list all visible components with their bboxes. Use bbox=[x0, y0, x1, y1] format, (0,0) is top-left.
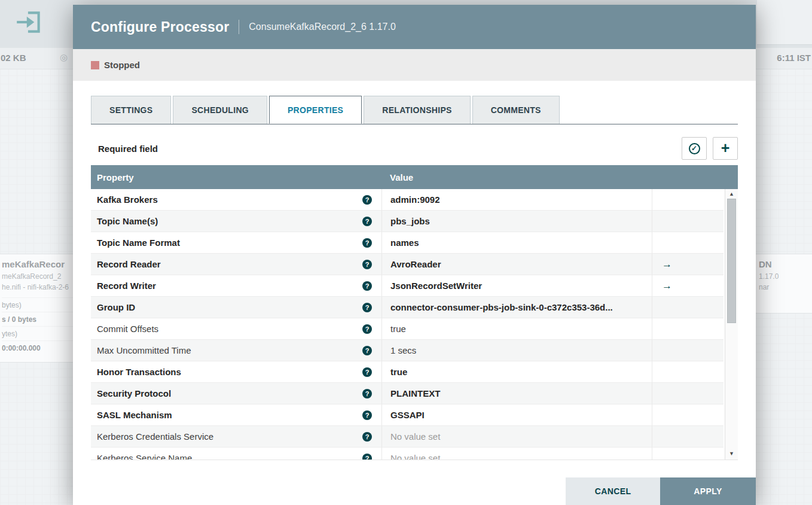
extra-cell bbox=[652, 426, 724, 447]
table-row[interactable]: Group ID ? connector-consumer-pbs-job-si… bbox=[91, 297, 724, 318]
table-row[interactable]: Honor Transactions ? true bbox=[91, 361, 724, 383]
verify-properties-button[interactable]: ✓ bbox=[682, 137, 707, 160]
new-property-button[interactable]: + bbox=[713, 137, 738, 160]
properties-toolbar: Required field ✓ + bbox=[91, 136, 738, 160]
property-name: Kafka Brokers bbox=[97, 194, 158, 205]
property-cell: Kafka Brokers ? bbox=[91, 189, 381, 210]
help-icon[interactable]: ? bbox=[362, 410, 372, 420]
property-value[interactable]: JsonRecordSetWriter bbox=[390, 281, 482, 291]
value-cell[interactable]: GSSAPI bbox=[381, 404, 652, 425]
extra-cell bbox=[652, 383, 724, 404]
help-icon[interactable]: ? bbox=[362, 389, 372, 398]
property-value[interactable]: connector-consumer-pbs-job-sink-0-c372c3… bbox=[390, 302, 613, 312]
value-cell[interactable]: No value set bbox=[381, 426, 652, 447]
table-row[interactable]: Kafka Brokers ? admin:9092 bbox=[91, 189, 724, 211]
tab-settings[interactable]: SETTINGS bbox=[91, 96, 171, 124]
property-value[interactable]: GSSAPI bbox=[390, 410, 425, 420]
help-icon[interactable]: ? bbox=[362, 238, 372, 248]
value-cell[interactable]: true bbox=[381, 318, 652, 339]
value-cell[interactable]: admin:9092 bbox=[381, 189, 652, 210]
property-name: Commit Offsets bbox=[97, 324, 158, 334]
status-label: Stopped bbox=[104, 60, 140, 70]
value-cell[interactable]: No value set bbox=[381, 448, 652, 460]
value-cell[interactable]: PLAINTEXT bbox=[381, 383, 652, 404]
property-name: Security Protocol bbox=[97, 388, 171, 398]
table-scrollbar[interactable]: ▲ ▼ bbox=[725, 189, 738, 460]
value-cell[interactable]: names bbox=[381, 232, 652, 253]
property-cell: SASL Mechanism ? bbox=[91, 404, 381, 425]
property-value[interactable]: names bbox=[390, 238, 419, 248]
value-cell[interactable]: true bbox=[381, 361, 652, 382]
property-cell: Kerberos Credentials Service ? bbox=[91, 426, 381, 447]
table-row[interactable]: Kerberos Credentials Service ? No value … bbox=[91, 426, 724, 448]
extra-cell bbox=[652, 189, 724, 210]
help-icon[interactable]: ? bbox=[362, 324, 372, 334]
property-value[interactable]: true bbox=[390, 324, 406, 334]
property-value[interactable]: admin:9092 bbox=[390, 194, 440, 205]
extra-cell bbox=[652, 448, 724, 460]
value-cell[interactable]: pbs_jobs bbox=[381, 211, 652, 232]
help-icon[interactable]: ? bbox=[362, 260, 372, 269]
go-to-service-icon[interactable]: → bbox=[662, 280, 672, 292]
help-icon[interactable]: ? bbox=[362, 432, 372, 442]
scroll-up-icon[interactable]: ▲ bbox=[725, 191, 738, 197]
table-row[interactable]: Topic Name Format ? names bbox=[91, 232, 724, 254]
help-icon[interactable]: ? bbox=[362, 303, 372, 312]
property-value[interactable]: 1 secs bbox=[390, 345, 416, 355]
apply-button[interactable]: APPLY bbox=[660, 477, 756, 505]
tab-scheduling[interactable]: SCHEDULING bbox=[173, 96, 267, 124]
property-cell: Topic Name(s) ? bbox=[91, 211, 381, 232]
property-name: Max Uncommitted Time bbox=[97, 345, 191, 355]
property-cell: Record Reader ? bbox=[91, 254, 381, 275]
help-icon[interactable]: ? bbox=[362, 217, 372, 226]
go-to-service-icon[interactable]: → bbox=[662, 258, 672, 270]
property-value[interactable]: No value set bbox=[390, 453, 440, 460]
property-value[interactable]: PLAINTEXT bbox=[390, 388, 440, 398]
required-field-label: Required field bbox=[91, 144, 158, 154]
tab-comments[interactable]: COMMENTS bbox=[472, 96, 560, 124]
help-icon[interactable]: ? bbox=[362, 281, 372, 291]
help-icon[interactable]: ? bbox=[362, 346, 372, 355]
scroll-down-icon[interactable]: ▼ bbox=[725, 451, 738, 457]
dialog-header: Configure Processor ConsumeKafkaRecord_2… bbox=[73, 5, 756, 49]
table-row[interactable]: Security Protocol ? PLAINTEXT bbox=[91, 383, 724, 404]
extra-cell bbox=[652, 211, 724, 232]
table-row[interactable]: Commit Offsets ? true bbox=[91, 318, 724, 340]
verify-check-icon: ✓ bbox=[689, 143, 700, 154]
property-value[interactable]: AvroReader bbox=[390, 259, 441, 269]
property-name: Record Reader bbox=[97, 259, 161, 269]
property-value[interactable]: No value set bbox=[390, 431, 440, 442]
extra-cell bbox=[652, 340, 724, 361]
property-name: Kerberos Service Name bbox=[97, 453, 192, 460]
extra-cell bbox=[652, 361, 724, 382]
table-row[interactable]: SASL Mechanism ? GSSAPI bbox=[91, 404, 724, 426]
value-cell[interactable]: JsonRecordSetWriter bbox=[381, 275, 652, 296]
table-row[interactable]: Record Reader ? AvroReader → bbox=[91, 254, 724, 275]
property-value[interactable]: true bbox=[390, 367, 407, 377]
property-cell: Kerberos Service Name ? bbox=[91, 448, 381, 460]
table-row[interactable]: Kerberos Service Name ? No value set bbox=[91, 448, 724, 460]
table-row[interactable]: Max Uncommitted Time ? 1 secs bbox=[91, 340, 724, 361]
tab-properties[interactable]: PROPERTIES bbox=[269, 96, 362, 124]
scrollbar-thumb[interactable] bbox=[727, 199, 736, 323]
help-icon[interactable]: ? bbox=[362, 367, 372, 377]
cancel-button[interactable]: CANCEL bbox=[566, 477, 660, 505]
property-cell: Topic Name Format ? bbox=[91, 232, 381, 253]
property-value[interactable]: pbs_jobs bbox=[390, 216, 430, 226]
column-header-property: Property bbox=[91, 172, 381, 182]
table-row[interactable]: Record Writer ? JsonRecordSetWriter → bbox=[91, 275, 724, 297]
property-cell: Commit Offsets ? bbox=[91, 318, 381, 339]
value-cell[interactable]: AvroReader bbox=[381, 254, 652, 275]
table-header: Property Value bbox=[91, 165, 738, 189]
value-cell[interactable]: 1 secs bbox=[381, 340, 652, 361]
help-icon[interactable]: ? bbox=[362, 195, 372, 205]
processor-status-bar: Stopped bbox=[73, 49, 756, 81]
value-cell[interactable]: connector-consumer-pbs-job-sink-0-c372c3… bbox=[381, 297, 652, 318]
property-name: Topic Name Format bbox=[97, 238, 180, 248]
tab-relationships[interactable]: RELATIONSHIPS bbox=[364, 96, 470, 124]
table-row[interactable]: Topic Name(s) ? pbs_jobs bbox=[91, 211, 724, 232]
dialog-title: Configure Processor bbox=[91, 19, 229, 35]
extra-cell: → bbox=[652, 275, 724, 296]
help-icon[interactable]: ? bbox=[362, 454, 372, 461]
property-name: Group ID bbox=[97, 302, 135, 312]
